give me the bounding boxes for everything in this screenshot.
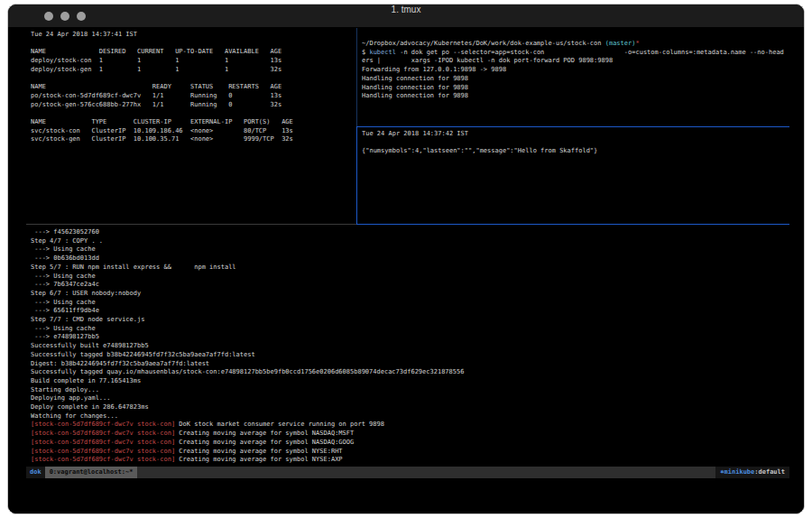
- terminal-line: Deploying app.yaml...: [31, 394, 792, 403]
- terminal-line: Tue 24 Apr 2018 14:37:42 IST: [362, 130, 791, 139]
- terminal-line: Successfully tagged quay.io/mhausenblas/…: [31, 368, 792, 377]
- terminal-line: Successfully tagged b38b42246945fd7f32c5…: [31, 351, 792, 360]
- terminal-line: Starting deploy...: [31, 386, 792, 395]
- terminal-line: deploy/stock-con 1 1 1 1 13s: [31, 57, 357, 66]
- status-bar-spacer: [137, 467, 715, 478]
- window-titlebar[interactable]: 1. tmux: [8, 5, 804, 28]
- tmux-terminal[interactable]: Tue 24 Apr 2018 14:37:41 ISTNAME DESIRED…: [8, 28, 804, 514]
- terminal-line: Step 7/7 : CMD node service.js: [31, 316, 792, 325]
- terminal-line: Tue 24 Apr 2018 14:37:41 IST: [31, 31, 357, 40]
- terminal-line: NAME TYPE CLUSTER-IP EXTERNAL-IP PORT(S)…: [31, 118, 357, 127]
- pane-port-forward[interactable]: ~/Dropbox/advocacy/Kubernetes/DoK/work/d…: [362, 40, 791, 123]
- status-bar-right: ⎈minikube:default: [715, 467, 789, 478]
- terminal-line: Step 5/7 : RUN npm install express && np…: [31, 264, 792, 273]
- pane-border-horizontal-active: [356, 224, 789, 225]
- terminal-line: {"numsymbols":4,"lastseen":"","message":…: [362, 147, 791, 156]
- terminal-line: ---> e74898127bb5: [31, 333, 792, 342]
- terminal-line: [stock-con-5d7df689cf-dwc7v stock-con] C…: [31, 430, 792, 439]
- terminal-line: [stock-con-5d7df689cf-dwc7v stock-con] C…: [31, 456, 792, 465]
- terminal-line: [stock-con-5d7df689cf-dwc7v stock-con] C…: [31, 439, 792, 448]
- pane-border-vertical-active: [356, 126, 357, 224]
- terminal-line: [stock-con-5d7df689cf-dwc7v stock-con] C…: [31, 448, 792, 457]
- pane-border-vertical-top: [356, 28, 357, 126]
- terminal-line: ers | xargs -IPOD kubectl -n dok port-fo…: [362, 57, 791, 66]
- tmux-status-bar: dok 0:vagrant@localhost:~* ⎈minikube:def…: [26, 467, 789, 478]
- terminal-line: Handling connection for 9898: [362, 75, 791, 84]
- terminal-line: ~/Dropbox/advocacy/Kubernetes/DoK/work/d…: [362, 40, 791, 49]
- terminal-line: ---> f45623052760: [31, 228, 792, 237]
- terminal-window: 1. tmux Tue 24 Apr 2018 14:37:41 ISTNAME…: [7, 4, 805, 514]
- terminal-line: Watching for changes...: [31, 412, 792, 421]
- terminal-line: Step 4/7 : COPY . .: [31, 237, 792, 246]
- terminal-line: deploy/stock-gen 1 1 1 1 32s: [31, 66, 357, 75]
- terminal-line: ---> Using cache: [31, 325, 792, 334]
- terminal-line: $ kubectl -n dok get po --selector=app=s…: [362, 49, 791, 58]
- session-name: dok: [26, 467, 45, 478]
- pane-border-horizontal-left: [26, 224, 356, 225]
- terminal-line: Successfully built e74898127bb5: [31, 342, 792, 351]
- kube-context-label: minikube: [724, 468, 755, 476]
- window-tab-current[interactable]: 0:vagrant@localhost:~*: [45, 467, 138, 478]
- terminal-line: po/stock-gen-576cc688bb-277hx 1/1 Runnin…: [31, 101, 357, 110]
- terminal-line: ---> 7b6347ce2a4c: [31, 281, 792, 290]
- terminal-line: ---> Using cache: [31, 299, 792, 308]
- terminal-line: Deploy complete in 286.647823ms: [31, 403, 792, 412]
- terminal-line: [362, 139, 791, 148]
- pane-border-horizontal-right: [356, 126, 789, 127]
- terminal-line: Handling connection for 9898: [362, 84, 791, 93]
- terminal-line: Step 6/7 : USER nobody:nobody: [31, 290, 792, 299]
- terminal-line: Handling connection for 9898: [362, 92, 791, 101]
- terminal-line: svc/stock-con ClusterIP 10.109.186.46 <n…: [31, 127, 357, 136]
- terminal-line: NAME DESIRED CURRENT UP-TO-DATE AVAILABL…: [31, 48, 357, 57]
- terminal-line: [31, 109, 357, 118]
- terminal-line: ---> 65611ff9db4e: [31, 307, 792, 316]
- terminal-line: ---> Using cache: [31, 273, 792, 282]
- terminal-line: [31, 75, 357, 84]
- pane-kubectl-resources[interactable]: Tue 24 Apr 2018 14:37:41 ISTNAME DESIRED…: [31, 31, 357, 222]
- kube-namespace-label: :default: [754, 468, 785, 476]
- terminal-line: NAME READY STATUS RESTARTS AGE: [31, 83, 357, 92]
- window-title: 1. tmux: [8, 5, 804, 28]
- terminal-line: Digest: b38b42246945fd7f32c5ba9aea7af7fd…: [31, 360, 792, 369]
- terminal-line: po/stock-con-5d7df689cf-dwc7v 1/1 Runnin…: [31, 92, 357, 101]
- terminal-line: [stock-con-5d7df689cf-dwc7v stock-con] D…: [31, 421, 792, 430]
- terminal-line: Build complete in 77.165413ms: [31, 377, 792, 386]
- pane-service-response[interactable]: Tue 24 Apr 2018 14:37:42 IST{"numsymbols…: [362, 130, 791, 218]
- pane-skaffold-build-log[interactable]: ---> f45623052760Step 4/7 : COPY . . ---…: [31, 228, 792, 465]
- terminal-line: svc/stock-gen ClusterIP 10.100.35.71 <no…: [31, 135, 357, 144]
- terminal-line: Forwarding from 127.0.0.1:9898 -> 9898: [362, 66, 791, 75]
- terminal-line: [31, 40, 357, 49]
- terminal-line: ---> 0b636bd013dd: [31, 254, 792, 264]
- terminal-line: ---> Using cache: [31, 245, 792, 254]
